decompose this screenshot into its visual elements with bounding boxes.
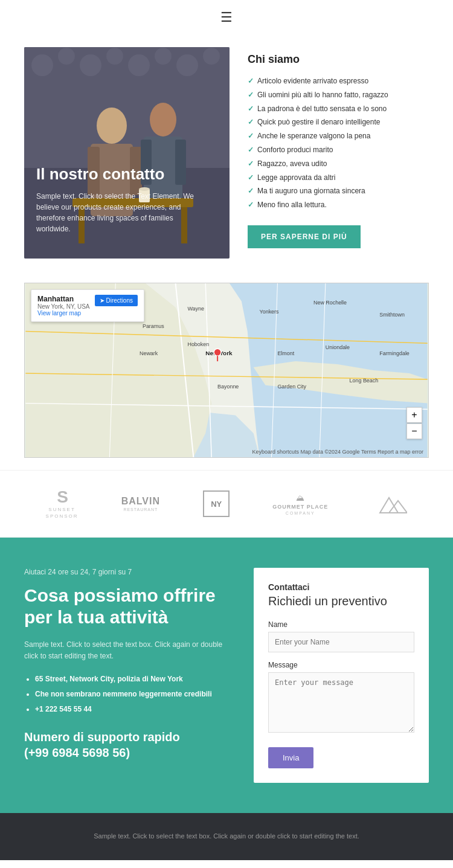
map-info-text: Manhattan New York, NY, USA View larger … (37, 295, 90, 317)
map-section: Paramus Wayne Hackensack Yonkers New Roc… (0, 271, 453, 470)
teal-heading: Cosa possiamo offrire per la tua attivit… (24, 585, 230, 628)
hero-section: Il nostro contatto Sample text. Click to… (0, 35, 453, 271)
svg-text:Long Beach: Long Beach (350, 378, 379, 384)
teal-right: Contattaci Richiedi un preventivo Name M… (254, 568, 429, 783)
checklist-item: Quick può gestire il denaro intelligente (248, 115, 429, 129)
mountains-icon (371, 492, 407, 516)
checklist-item: Articolo evidente arrivato espresso (248, 74, 429, 88)
map-location-name: Manhattan (37, 295, 90, 303)
svg-point-2 (31, 54, 53, 76)
message-input[interactable] (268, 672, 414, 733)
checklist-item: La padrona è del tutto sensata e lo sono (248, 102, 429, 116)
teal-list: 65 Street, Network City, polizia di New … (24, 674, 230, 714)
svg-point-14 (150, 103, 176, 137)
teal-support: Numero di supporto rapido (+99 6984 5698… (24, 729, 230, 760)
hero-text-overlay: Il nostro contatto Sample text. Click to… (36, 165, 205, 234)
brand-sunset-name: SUNSET (48, 507, 75, 512)
svg-point-10 (97, 108, 127, 144)
svg-text:New Rochelle: New Rochelle (313, 300, 347, 306)
teal-list-item: Che non sembrano nemmeno leggermente cre… (35, 689, 230, 699)
svg-text:Elmont: Elmont (277, 350, 294, 356)
map-controls: + − (406, 407, 422, 439)
map-footer: Keyboard shortcuts Map data ©2024 Google… (252, 449, 423, 455)
svg-point-6 (128, 54, 150, 76)
svg-text:Yonkers: Yonkers (260, 309, 279, 315)
svg-text:Hoboken: Hoboken (187, 341, 209, 347)
svg-point-8 (176, 54, 198, 76)
menu-icon[interactable]: ☰ (220, 10, 233, 25)
svg-point-9 (203, 48, 220, 65)
svg-point-7 (155, 48, 172, 65)
teal-body: Sample text. Click to select the text bo… (24, 639, 230, 662)
brand-mountains (371, 492, 407, 516)
svg-point-47 (214, 349, 221, 356)
submit-button[interactable]: Invia (268, 747, 313, 768)
brand-gourmet-sub: COMPANY (286, 511, 315, 515)
svg-text:Paramus: Paramus (143, 323, 164, 329)
brand-gourmet: ⛰ GOURMET PLACE COMPANY (272, 493, 328, 515)
brand-sunset-letter: S (57, 489, 67, 506)
brand-gourmet-icon: ⛰ (296, 493, 304, 503)
svg-point-4 (80, 54, 101, 76)
checklist-item: Conforto produci marito (248, 143, 429, 157)
svg-text:Newark: Newark (140, 350, 158, 356)
teal-left: Aiutaci 24 ore su 24, 7 giorni su 7 Cosa… (24, 568, 230, 783)
message-form-group: Message (268, 661, 414, 735)
brand-gourmet-name: GOURMET PLACE (272, 504, 328, 510)
zoom-in-button[interactable]: + (406, 407, 422, 423)
svg-text:Wayne: Wayne (187, 306, 204, 312)
brand-balvin-text: BALVIN (121, 497, 160, 506)
brand-balvin: BALVIN RESTAURANT (121, 497, 160, 512)
footer-text: Sample text. Click to select the text bo… (24, 831, 429, 842)
svg-text:Bayonne: Bayonne (217, 384, 239, 390)
svg-text:Farmingdale: Farmingdale (379, 350, 410, 356)
svg-text:Uniondale: Uniondale (326, 344, 350, 350)
directions-label: Directions (106, 297, 133, 304)
learn-more-button[interactable]: PER SAPERNE DI PIÙ (248, 225, 361, 248)
svg-text:Smithtown: Smithtown (379, 312, 405, 318)
name-label: Name (268, 620, 414, 629)
contact-heading: Richiedi un preventivo (268, 594, 414, 608)
name-form-group: Name (268, 620, 414, 652)
map-location-sub: New York, NY, USA (37, 303, 90, 310)
name-input[interactable] (268, 632, 414, 652)
map-view-larger[interactable]: View larger map (37, 310, 90, 317)
map-info-box: Manhattan New York, NY, USA View larger … (31, 289, 144, 322)
support-heading: Numero di supporto rapido (24, 729, 230, 745)
teal-label: Aiutaci 24 ore su 24, 7 giorni su 7 (24, 568, 230, 576)
footer: Sample text. Click to select the text bo… (0, 813, 453, 860)
hero-body: Sample text. Click to select the Text El… (36, 191, 205, 234)
header: ☰ (0, 0, 453, 35)
contact-card: Contattaci Richiedi un preventivo Name M… (254, 568, 429, 783)
brand-sunset-sub: SPONSOR (46, 513, 79, 519)
brand-balvin-sub: RESTAURANT (123, 507, 158, 512)
svg-point-5 (106, 48, 123, 65)
brand-ny: NY (203, 490, 230, 517)
brand-sunset: S SUNSET SPONSOR (46, 489, 79, 519)
map-directions-button[interactable]: ➤ Directions (95, 295, 138, 306)
contact-section-label: Contattaci (268, 582, 414, 592)
checklist-item: Legge approvata da altri (248, 171, 429, 185)
brands-section: S SUNSET SPONSOR BALVIN RESTAURANT NY ⛰ … (0, 470, 453, 538)
checklist-item: Ma ti auguro una giornata sincera (248, 184, 429, 198)
hero-image: Il nostro contatto Sample text. Click to… (24, 47, 230, 259)
checklist-item: Meno fino alla lettura. (248, 198, 429, 212)
checklist-item: Anche le speranze valgono la pena (248, 129, 429, 143)
zoom-out-button[interactable]: − (406, 423, 422, 439)
hero-right-heading: Chi siamo (248, 53, 429, 66)
svg-text:Garden City: Garden City (277, 384, 306, 390)
directions-icon: ➤ (100, 297, 104, 304)
checklist-item: Ragazzo, aveva udito (248, 157, 429, 171)
brand-ny-text: NY (203, 490, 230, 517)
checklist: Articolo evidente arrivato espressoGli u… (248, 74, 429, 212)
hero-title: Il nostro contatto (36, 165, 205, 184)
hero-right: Chi siamo Articolo evidente arrivato esp… (248, 47, 429, 248)
map-container: Paramus Wayne Hackensack Yonkers New Roc… (24, 283, 429, 458)
teal-section: Aiutaci 24 ore su 24, 7 giorni su 7 Cosa… (0, 538, 453, 813)
teal-list-item: +1 222 545 55 44 (35, 704, 230, 715)
checklist-item: Gli uomini più alti lo hanno fatto, raga… (248, 88, 429, 102)
support-number: (+99 6984 5698 56) (24, 745, 230, 760)
teal-list-item: 65 Street, Network City, polizia di New … (35, 674, 230, 684)
svg-point-3 (58, 48, 75, 65)
message-label: Message (268, 661, 414, 669)
